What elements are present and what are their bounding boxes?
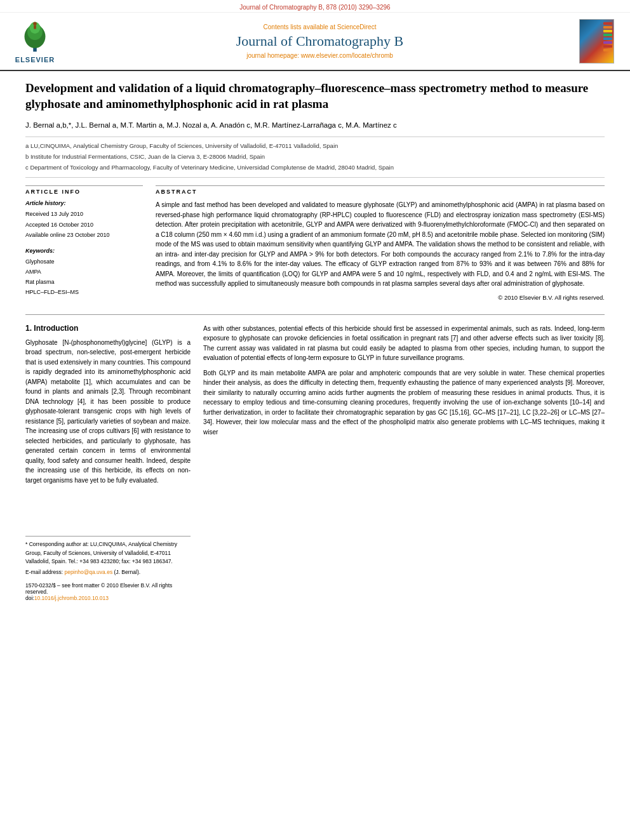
keywords-block: Keywords: Glyphosate AMPA Rat plasma HPL…	[25, 248, 143, 298]
journal-title-section: Contents lists available at ScienceDirec…	[70, 19, 570, 63]
journal-header: ELSEVIER Contents lists available at Sci…	[0, 13, 630, 71]
article-info-heading: ARTICLE INFO	[25, 185, 143, 195]
footnote-corresponding: * Corresponding author at: LU,CINQUIMA, …	[25, 540, 191, 566]
article-title: Development and validation of a liquid c…	[25, 81, 605, 112]
cover-thumbnail	[579, 19, 614, 63]
copyright-line: © 2010 Elsevier B.V. All rights reserved…	[156, 294, 605, 301]
journal-reference-bar: Journal of Chromatography B, 878 (2010) …	[0, 0, 630, 13]
doi-line: doi:10.1016/j.jchromb.2010.10.013	[25, 595, 191, 601]
abstract-text: A simple and fast method has been develo…	[156, 200, 605, 289]
article-info-abstract-section: ARTICLE INFO Article history: Received 1…	[25, 185, 605, 305]
keyword-4: HPLC–FLD–ESI–MS	[25, 287, 143, 297]
issn-line: 1570-0232/$ – see front matter © 2010 El…	[25, 582, 191, 595]
keyword-1: Glyphosate	[25, 257, 143, 267]
sciencedirect-link: Contents lists available at ScienceDirec…	[264, 23, 377, 30]
affiliation-b: b Institute for Industrial Fermentations…	[25, 152, 605, 161]
article-authors: J. Bernal a,b,*, J.L. Bernal a, M.T. Mar…	[25, 119, 605, 131]
section-divider	[25, 314, 605, 315]
introduction-section: 1. Introduction Glyphosate [N-(phosphono…	[25, 324, 605, 601]
footnote-section: * Corresponding author at: LU,CINQUIMA, …	[25, 536, 191, 601]
article-history-label: Article history:	[25, 200, 143, 206]
journal-homepage: journal homepage: www.elsevier.com/locat…	[246, 52, 393, 59]
sciencedirect-name[interactable]: ScienceDirect	[337, 23, 377, 30]
doi-link[interactable]: 10.1016/j.jchromb.2010.10.013	[34, 595, 109, 601]
svg-point-4	[33, 22, 37, 26]
affiliations: a LU,CINQUIMA, Analytical Chemistry Grou…	[25, 137, 605, 178]
keywords-label: Keywords:	[25, 248, 143, 254]
footnote-email: E-mail address: pepinho@qa.uva.es (J. Be…	[25, 568, 191, 577]
homepage-url[interactable]: www.elsevier.com/locate/chromb	[301, 52, 393, 59]
article-received: Received 13 July 2010 Accepted 16 Octobe…	[25, 209, 143, 240]
cover-lines-decoration	[602, 20, 613, 63]
abstract-heading: ABSTRACT	[156, 185, 605, 195]
keywords-list: Glyphosate AMPA Rat plasma HPLC–FLD–ESI–…	[25, 257, 143, 298]
svg-rect-5	[34, 25, 36, 29]
elsevier-tree-icon	[16, 19, 54, 54]
introduction-right-para2: Both GLYP and its main metabolite AMPA a…	[203, 368, 605, 437]
affiliation-c: c Department of Toxicology and Pharmacol…	[25, 163, 605, 172]
introduction-left-text: Glyphosate [N-(phosphonomethyl)glycine] …	[25, 338, 191, 486]
article-info-column: ARTICLE INFO Article history: Received 1…	[25, 185, 143, 305]
keyword-3: Rat plasma	[25, 277, 143, 287]
introduction-right-para1: As with other substances, potential effe…	[203, 324, 605, 363]
affiliation-a: a LU,CINQUIMA, Analytical Chemistry Grou…	[25, 141, 605, 150]
journal-reference-text: Journal of Chromatography B, 878 (2010) …	[239, 4, 390, 11]
keyword-2: AMPA	[25, 267, 143, 277]
article-history-block: Article history: Received 13 July 2010 A…	[25, 200, 143, 240]
page: Journal of Chromatography B, 878 (2010) …	[0, 0, 630, 614]
elsevier-label-text: ELSEVIER	[15, 56, 55, 63]
journal-main-title: Journal of Chromatography B	[236, 33, 403, 50]
abstract-column: ABSTRACT A simple and fast method has be…	[156, 185, 605, 305]
introduction-left-column: 1. Introduction Glyphosate [N-(phosphono…	[25, 324, 191, 601]
introduction-right-column: As with other substances, potential effe…	[203, 324, 605, 601]
introduction-heading: 1. Introduction	[25, 324, 191, 333]
products-word: products	[547, 389, 572, 396]
article-body: Development and validation of a liquid c…	[0, 71, 630, 614]
elsevier-logo: ELSEVIER	[6, 19, 64, 63]
journal-cover-image	[576, 19, 617, 63]
email-link[interactable]: pepinho@qa.uva.es	[64, 569, 112, 575]
